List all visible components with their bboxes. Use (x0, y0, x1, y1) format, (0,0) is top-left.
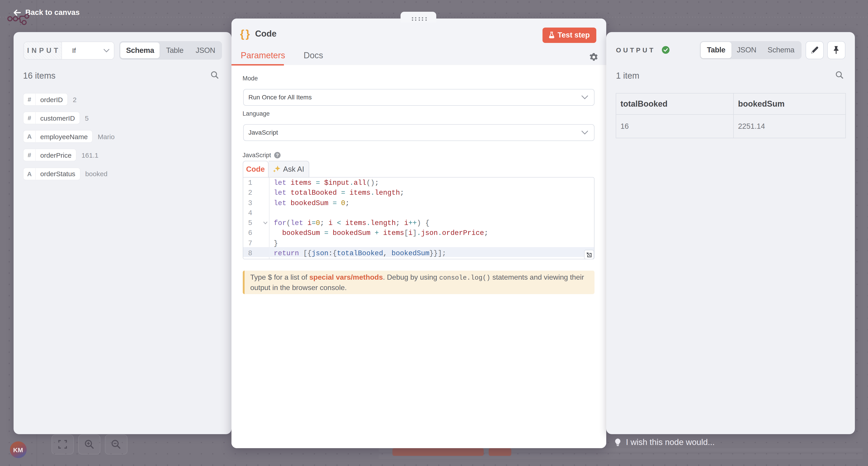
svg-text:?: ? (276, 152, 279, 158)
